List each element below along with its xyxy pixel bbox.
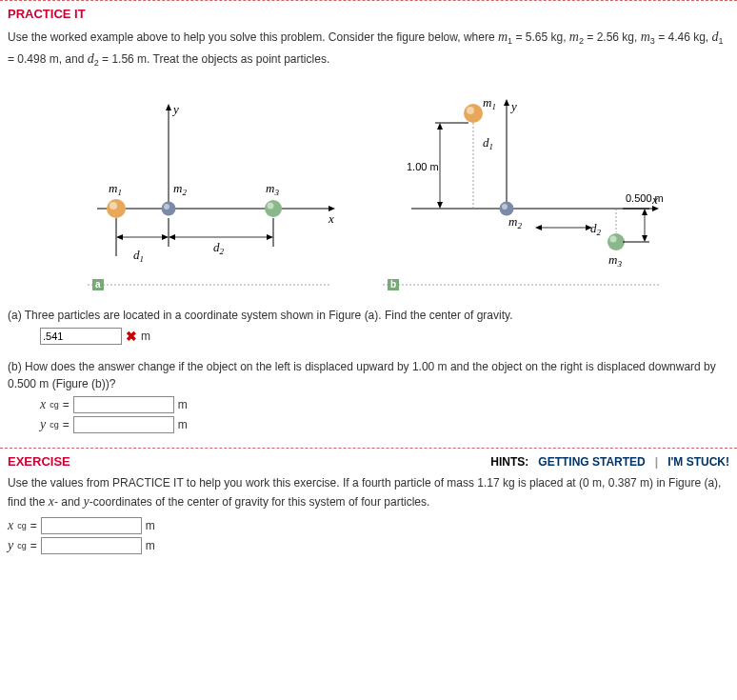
eq2: = 2.56 kg, <box>584 30 641 44</box>
svg-point-25 <box>464 104 483 123</box>
ex-cg-sub: cg <box>17 521 27 530</box>
hints-line: HINTS: GETTING STARTED | I'M STUCK! <box>490 455 729 469</box>
eqd1: = 0.498 m, and <box>8 52 88 66</box>
svg-marker-30 <box>437 202 443 209</box>
ex-ycg-row: ycg = m <box>8 537 729 554</box>
unit-m-y: m <box>178 418 188 431</box>
var-m3: m <box>641 30 650 44</box>
cg-sub2: cg <box>50 420 59 430</box>
m3b-label: m3 <box>608 252 622 269</box>
ycg-input[interactable] <box>73 416 174 433</box>
d2-label: d2 <box>213 240 225 256</box>
practice-section: PRACTICE IT Use the worked example above… <box>0 2 737 448</box>
ex-unit-x: m <box>146 519 155 532</box>
d1b-label: d1 <box>483 135 493 151</box>
figure-b: y x m1 1.00 m d1 m2 m <box>383 90 668 299</box>
svg-point-4 <box>107 199 126 218</box>
exercise-title: EXERCISE <box>8 454 70 469</box>
fig-a-tag: a <box>95 279 101 290</box>
answer-a-input[interactable] <box>40 328 122 345</box>
hints-label: HINTS: <box>490 455 528 469</box>
d1-label: d1 <box>133 248 144 264</box>
var-d1: d <box>712 30 719 44</box>
var-m2: m <box>569 30 579 44</box>
practice-description: Use the worked example above to help you… <box>8 27 729 70</box>
eq-sign2: = <box>63 418 70 431</box>
svg-point-35 <box>610 235 617 242</box>
ex-xcg-row: xcg = m <box>8 517 729 534</box>
unit-m-x: m <box>178 398 188 411</box>
d2b-label: d2 <box>590 221 602 237</box>
svg-marker-29 <box>437 123 443 130</box>
diagram-container: y x m1 m2 m3 d1 <box>8 90 729 299</box>
m1b-label: m1 <box>483 95 496 111</box>
svg-point-5 <box>110 202 117 210</box>
x-label: x <box>328 211 334 226</box>
cg-sub: cg <box>50 400 59 410</box>
ycg-row: ycg = m <box>40 416 729 433</box>
xcg-input[interactable] <box>73 396 174 413</box>
practice-title: PRACTICE IT <box>8 7 729 21</box>
eq1: = 5.65 kg, <box>512 30 569 44</box>
ex-ycg-var: y <box>8 538 13 553</box>
wrong-icon: ✖ <box>126 329 137 344</box>
svg-point-9 <box>268 202 274 209</box>
svg-marker-14 <box>162 234 169 240</box>
m3-label: m3 <box>266 181 279 197</box>
svg-marker-22 <box>504 99 509 106</box>
svg-marker-41 <box>642 209 647 215</box>
ex-unit-y: m <box>146 539 155 552</box>
ex-cg-sub2: cg <box>17 541 27 550</box>
svg-marker-38 <box>535 225 542 230</box>
ex-xcg-input[interactable] <box>41 517 142 534</box>
m2b-label: m2 <box>508 214 522 230</box>
question-a: (a) Three particles are located in a coo… <box>8 307 729 324</box>
half-m: 0.500 m <box>626 192 664 204</box>
svg-point-34 <box>608 233 625 250</box>
hints-sep: | <box>655 455 658 469</box>
ex-ycg-input[interactable] <box>41 537 142 554</box>
svg-marker-18 <box>267 234 273 240</box>
var-d2: d <box>88 51 94 66</box>
eqd2: = 1.56 m. Treat the objects as point par… <box>99 52 329 66</box>
svg-marker-42 <box>642 235 647 242</box>
svg-marker-13 <box>116 234 123 240</box>
y-label: y <box>171 102 179 116</box>
ex-xcg-var: x <box>8 518 13 533</box>
figure-a: y x m1 m2 m3 d1 <box>69 90 345 299</box>
exercise-description: Use the values from PRACTICE IT to help … <box>8 474 729 511</box>
svg-marker-1 <box>166 104 171 110</box>
svg-point-8 <box>265 200 282 217</box>
im-stuck-link[interactable]: I'M STUCK! <box>667 455 729 469</box>
svg-marker-17 <box>169 234 175 240</box>
svg-point-7 <box>164 204 169 210</box>
sub-d1: 1 <box>719 36 724 46</box>
m1-label: m1 <box>109 181 122 197</box>
svg-point-26 <box>467 107 474 114</box>
ex-mid: - and <box>54 495 84 509</box>
eq3: = 4.46 kg, <box>655 30 712 44</box>
ycg-var: y <box>40 417 46 432</box>
xcg-var: x <box>40 397 46 412</box>
y-label-b: y <box>509 99 517 113</box>
question-b: (b) How does the answer change if the ob… <box>8 358 729 392</box>
exercise-header: EXERCISE HINTS: GETTING STARTED | I'M ST… <box>8 454 729 474</box>
unit-m-a: m <box>141 330 150 343</box>
var-m1: m <box>498 30 508 44</box>
svg-point-33 <box>502 204 508 210</box>
ex-eq1: = <box>30 519 37 532</box>
ex-desc-post: -coordinates of the center of gravity fo… <box>90 495 430 509</box>
eq-sign1: = <box>63 398 70 411</box>
fig-b-tag: b <box>390 279 396 290</box>
ex-eq2: = <box>30 539 37 552</box>
one-m: 1.00 m <box>407 161 439 172</box>
answer-a-row: ✖ m <box>40 328 729 345</box>
desc-text: Use the worked example above to help you… <box>8 30 498 44</box>
m2-label: m2 <box>173 181 187 197</box>
getting-started-link[interactable]: GETTING STARTED <box>538 455 645 469</box>
xcg-row: xcg = m <box>40 396 729 413</box>
exercise-section: EXERCISE HINTS: GETTING STARTED | I'M ST… <box>0 450 737 569</box>
